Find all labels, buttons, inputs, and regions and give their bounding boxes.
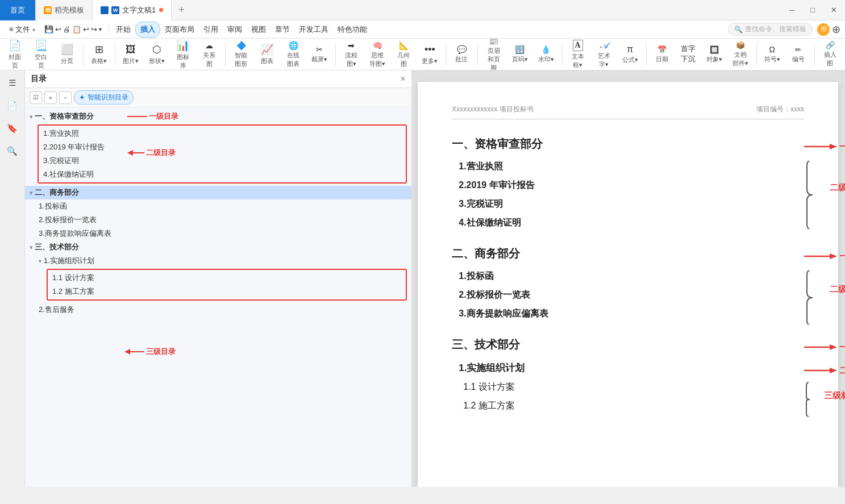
toolbar-comment[interactable]: 💬 批注 [449, 44, 474, 65]
toolbar-watermark[interactable]: 💧 水印▾ [534, 44, 559, 65]
toolbar-smart[interactable]: 🔷 智能图形 [228, 40, 253, 69]
toolbar-insert-pic[interactable]: 🔗 插入图 [818, 40, 843, 69]
hf-icon: 📰 [489, 39, 498, 45]
save-icon[interactable]: 💾 [44, 25, 53, 34]
more-quick-icon[interactable]: ▾ [99, 26, 102, 32]
nav-page-icon[interactable]: 📄 [3, 97, 22, 115]
toolbar-mindmap[interactable]: 🧠 思维导图▾ [365, 40, 390, 69]
menu-chapter[interactable]: 章节 [270, 22, 294, 37]
toc-item-3[interactable]: ▾ 三、技术部分 [25, 240, 411, 254]
maximize-button[interactable]: □ [802, 0, 823, 20]
toc-add-btn[interactable]: + [44, 91, 57, 104]
toc-item-3-2[interactable]: 2.售后服务 [25, 303, 411, 316]
toolbar-page-break[interactable]: ⬜ 分页 [55, 42, 80, 66]
undo-icon[interactable]: ↩ [55, 25, 61, 34]
toolbar-table[interactable]: ⊞ 表格▾ [86, 42, 111, 66]
menu-special[interactable]: 特色功能 [333, 22, 372, 37]
toc-item-3-1-1[interactable]: 1.1 设计方案 [50, 271, 403, 285]
toc-ai-button[interactable]: ✦ 智能识别目录 [74, 90, 134, 105]
toc-level2-box-1: 1.营业执照 2.2019 年审计报告 3.完税证明 4.社保缴纳证明 [38, 124, 407, 184]
toc-item-1-4[interactable]: 4.社保缴纳证明 [41, 168, 403, 181]
menu-view[interactable]: 视图 [247, 22, 270, 37]
toc-item-3-1[interactable]: ▾ 1.实施组织计划 [25, 254, 411, 268]
toolbar-screenshot[interactable]: ✂ 截屏▾ [307, 44, 332, 65]
toc-item-1-1[interactable]: 1.营业执照 [41, 127, 403, 140]
menu-developer[interactable]: 开发工具 [294, 22, 333, 37]
toc-content: ▾ 一、资格审查部分 1.营业执照 2.2019 年审计报告 3.完税证明 [25, 107, 411, 487]
tab-template[interactable]: 稻 稻壳模板 [36, 0, 93, 20]
nav-bookmark-icon[interactable]: 🔖 [3, 119, 22, 138]
toolbar-more[interactable]: ••• 更多▾ [417, 43, 442, 66]
toolbar-arttext[interactable]: 𝒜 艺术字▾ [592, 39, 617, 70]
menu-sep1 [109, 24, 109, 35]
tab-document[interactable]: W 文字文稿1 [93, 0, 172, 20]
toolbar-formula[interactable]: π 公式▾ [618, 43, 643, 65]
toc-check-btn[interactable]: ☑ [30, 91, 42, 104]
menu-layout[interactable]: 页面布局 [160, 22, 199, 37]
toolbar-chart[interactable]: 📈 图表 [255, 42, 280, 66]
chart-icon: 📈 [261, 43, 273, 56]
svg-marker-17 [830, 344, 837, 350]
toc-item-1[interactable]: ▾ 一、资格审查部分 [25, 110, 411, 123]
toc-remove-btn[interactable]: − [59, 91, 72, 104]
toolbar-date[interactable]: 📅 日期 [650, 44, 675, 65]
unsaved-indicator [159, 8, 163, 12]
toolbar-online-chart[interactable]: 🌐 在线图表 [281, 40, 306, 69]
toolbar-dropcap[interactable]: 首字下沉 [676, 43, 701, 66]
toolbar-numbering[interactable]: ✏ 编号 [786, 44, 811, 65]
toolbar-cover[interactable]: 📄 封面页 [2, 39, 27, 70]
doc-item-1-2: 2.2019 年审计报告 [456, 180, 804, 191]
toc-item-1-3[interactable]: 3.完税证明 [41, 154, 403, 168]
toc-item-2-2[interactable]: 2.投标报价一览表 [25, 213, 411, 227]
expand-icon-3: ▾ [30, 244, 32, 251]
undo2-icon[interactable]: ↩ [83, 25, 89, 34]
minimize-button[interactable]: ─ [781, 0, 802, 20]
toolbar-shape[interactable]: ⬡ 形状▾ [144, 42, 169, 66]
nav-outline-icon[interactable]: ☰ [3, 74, 22, 92]
search-area[interactable]: 🔍 查找命令、搜索模板 [728, 23, 813, 36]
menu-file[interactable]: ≡ 文件 ▾ [5, 22, 40, 37]
textbox-icon: A [573, 40, 583, 51]
add-tab-button[interactable]: + [172, 4, 192, 16]
tab-home[interactable]: 首页 [0, 0, 36, 20]
word-icon: W [111, 6, 119, 14]
toc-item-1-2[interactable]: 2.2019 年审计报告 [41, 140, 403, 154]
avatar[interactable]: 用 [817, 23, 830, 36]
redo-icon[interactable]: ↪ [91, 25, 97, 34]
toc-item-3-1-2[interactable]: 1.2 施工方案 [50, 285, 403, 298]
doc-section-2: 二、商务部分 一级标题 1.投标函 2.投标报价一览表 3.商务提款响应偏离表 [452, 246, 804, 320]
toolbar-icon-lib[interactable]: 📊 图标库 [170, 39, 195, 70]
menu-reference[interactable]: 引用 [199, 22, 223, 37]
svg-marker-6 [124, 349, 130, 355]
svg-text:二级标题: 二级标题 [830, 182, 845, 192]
menu-review[interactable]: 审阅 [223, 22, 247, 37]
toc-item-2-3[interactable]: 3.商务提款响应偏离表 [25, 227, 411, 240]
toc-item-2-1[interactable]: 1.投标函 [25, 199, 411, 213]
print-icon[interactable]: 🖨 [63, 25, 70, 34]
toolbar-geometry[interactable]: 📐 几何图 [391, 40, 416, 69]
nav-zoom-icon[interactable]: 🔍 [3, 142, 22, 160]
svg-text:二级标题: 二级标题 [830, 284, 845, 294]
close-button[interactable]: ✕ [823, 0, 845, 20]
toc-close-button[interactable]: × [400, 74, 405, 84]
toolbar-textbox[interactable]: A 文本框▾ [565, 39, 590, 70]
toolbar-flow[interactable]: ➡ 流程图▾ [339, 40, 364, 69]
toolbar-object[interactable]: 🔲 对象▾ [702, 44, 727, 65]
menu-start[interactable]: 开始 [111, 22, 135, 37]
toolbar-symbol[interactable]: Ω 符号▾ [760, 44, 785, 65]
toolbar-image[interactable]: 🖼 图片▾ [118, 43, 143, 66]
toolbar-relation[interactable]: ☁ 关系图 [197, 40, 222, 69]
toolbar-page-num[interactable]: 🔢 页码▾ [507, 44, 532, 65]
share-icon[interactable]: ⊕ [832, 23, 840, 36]
section2-title: 二、商务部分 [452, 246, 804, 261]
copy-icon[interactable]: 📋 [72, 25, 81, 34]
toolbar-blank-page[interactable]: 📃 空白页 [28, 39, 53, 70]
toolbar-docpart[interactable]: 📦 文档部件▾ [728, 40, 753, 69]
ai-icon: ✦ [79, 93, 85, 102]
toc-item-2[interactable]: ▾ 二、商务部分 [25, 186, 411, 199]
svg-text:三级目录: 三级目录 [146, 347, 176, 356]
menu-toolbar-icons[interactable]: 💾 ↩ 🖨 📋 ↩ ↪ ▾ [40, 23, 106, 36]
brace1-svg [804, 161, 832, 229]
toolbar-header-footer[interactable]: 📰 页眉和页脚 [481, 39, 506, 70]
menu-insert[interactable]: 插入 [135, 22, 160, 38]
